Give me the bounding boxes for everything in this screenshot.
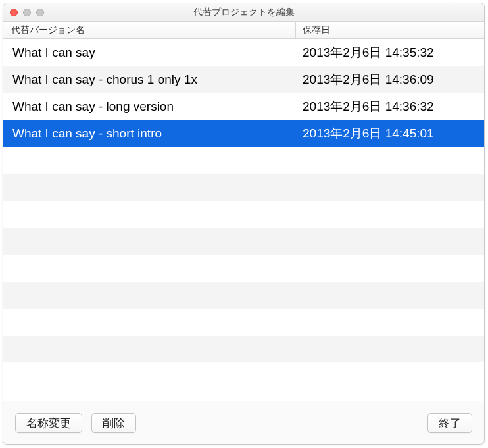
done-button[interactable]: 終了 <box>427 413 472 433</box>
table-body: What I can say2013年2月6日 14:35:32What I c… <box>3 39 484 401</box>
table-row[interactable]: What I can say - short intro2013年2月6日 14… <box>3 120 484 147</box>
cell-name: What I can say - chorus 1 only 1x <box>3 72 296 87</box>
table-row[interactable]: What I can say - chorus 1 only 1x2013年2月… <box>3 66 484 93</box>
window-title: 代替プロジェクトを編集 <box>3 7 484 18</box>
table-row[interactable]: What I can say - long version2013年2月6日 1… <box>3 93 484 120</box>
table-header: 代替バージョン名 保存日 <box>3 22 484 39</box>
cell-date: 2013年2月6日 14:36:32 <box>296 98 484 115</box>
footer: 名称変更 削除 終了 <box>3 401 484 444</box>
column-header-date[interactable]: 保存日 <box>296 22 484 38</box>
cell-name: What I can say - short intro <box>3 126 296 141</box>
table-row <box>3 255 484 282</box>
close-icon[interactable] <box>10 9 18 16</box>
traffic-lights <box>3 9 44 16</box>
table-row <box>3 147 484 174</box>
cell-date: 2013年2月6日 14:36:09 <box>296 71 484 88</box>
cell-date: 2013年2月6日 14:45:01 <box>296 125 484 142</box>
table-row <box>3 201 484 228</box>
table-row <box>3 309 484 336</box>
rename-button[interactable]: 名称変更 <box>15 413 82 433</box>
table-row[interactable]: What I can say2013年2月6日 14:35:32 <box>3 39 484 66</box>
table-row <box>3 282 484 309</box>
dialog-window: 代替プロジェクトを編集 代替バージョン名 保存日 What I can say2… <box>3 3 485 445</box>
maximize-icon <box>36 9 44 16</box>
cell-name: What I can say - long version <box>3 99 296 114</box>
titlebar: 代替プロジェクトを編集 <box>3 3 484 22</box>
cell-name: What I can say <box>3 45 296 60</box>
minimize-icon <box>23 9 31 16</box>
table-row <box>3 174 484 201</box>
delete-button[interactable]: 削除 <box>91 413 136 433</box>
table-row <box>3 228 484 255</box>
table-row <box>3 362 484 389</box>
cell-date: 2013年2月6日 14:35:32 <box>296 44 484 61</box>
table-row <box>3 336 484 362</box>
column-header-name[interactable]: 代替バージョン名 <box>3 22 296 38</box>
